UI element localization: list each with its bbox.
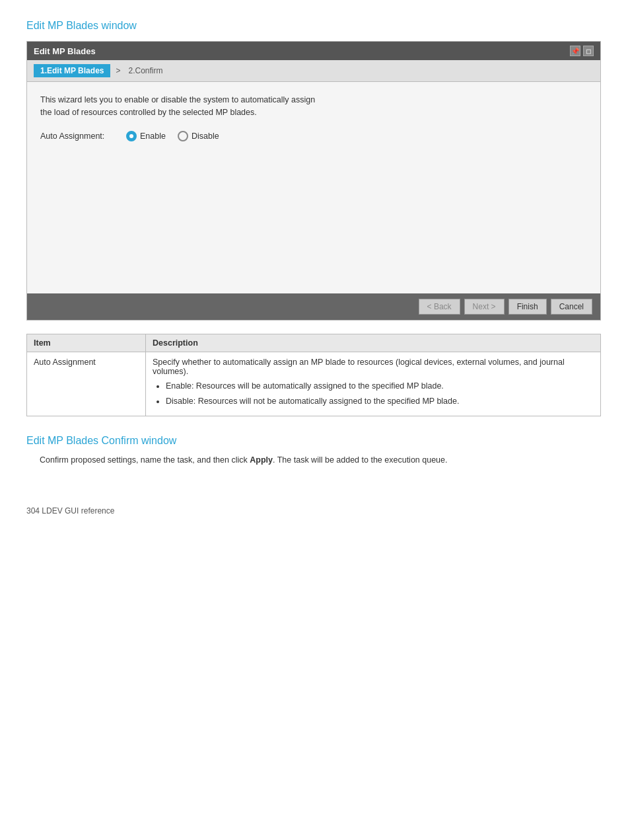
- pin-icon[interactable]: 📌: [570, 46, 580, 56]
- next-button[interactable]: Next >: [464, 299, 505, 315]
- page-footer: 304 LDEV GUI reference: [26, 506, 604, 515]
- finish-button[interactable]: Finish: [508, 299, 547, 315]
- description-line1: This wizard lets you to enable or disabl…: [40, 95, 315, 104]
- step-1[interactable]: 1.Edit MP Blades: [34, 64, 110, 77]
- disable-label: Disable: [192, 132, 219, 141]
- step-arrow: >: [116, 66, 120, 75]
- description-main: Specify whether to automatically assign …: [153, 358, 565, 376]
- disable-option[interactable]: Disable: [178, 131, 219, 141]
- col-description: Description: [146, 334, 601, 352]
- edit-mp-blades-dialog: Edit MP Blades 📌 ◻ 1.Edit MP Blades > 2.…: [26, 41, 601, 321]
- dialog-title-text: Edit MP Blades: [34, 46, 96, 56]
- enable-option[interactable]: Enable: [126, 131, 166, 141]
- section-title-edit-mp-blades: Edit MP Blades window: [26, 20, 604, 32]
- dialog-titlebar: Edit MP Blades 📌 ◻: [27, 42, 600, 60]
- restore-icon[interactable]: ◻: [583, 46, 594, 56]
- enable-label: Enable: [140, 132, 166, 141]
- bullet-list: Enable: Resources will be automatically …: [153, 380, 594, 408]
- info-table: Item Description Auto Assignment Specify…: [26, 334, 601, 416]
- dialog-description: This wizard lets you to enable or disabl…: [40, 94, 587, 119]
- radio-group: Enable Disable: [126, 131, 219, 141]
- disable-radio[interactable]: [178, 131, 188, 141]
- enable-radio[interactable]: [126, 131, 137, 141]
- dialog-body: This wizard lets you to enable or disabl…: [27, 82, 600, 293]
- bullet-disable: Disable: Resources will not be automatic…: [166, 395, 594, 408]
- confirm-description: Confirm proposed settings, name the task…: [40, 453, 604, 467]
- table-row: Auto Assignment Specify whether to autom…: [27, 352, 601, 416]
- bullet-enable: Enable: Resources will be automatically …: [166, 380, 594, 393]
- description-cell: Specify whether to automatically assign …: [146, 352, 601, 416]
- confirm-apply: Apply: [250, 455, 273, 465]
- item-cell: Auto Assignment: [27, 352, 146, 416]
- auto-assignment-label: Auto Assignment:: [40, 132, 120, 141]
- confirm-post: . The task will be added to the executio…: [273, 455, 448, 465]
- titlebar-icons: 📌 ◻: [570, 46, 594, 56]
- back-button[interactable]: < Back: [419, 299, 460, 315]
- col-item: Item: [27, 334, 146, 352]
- step-2[interactable]: 2.Confirm: [126, 64, 166, 77]
- dialog-footer: < Back Next > Finish Cancel: [27, 293, 600, 320]
- page-number: 304 LDEV GUI reference: [26, 506, 114, 515]
- auto-assignment-row: Auto Assignment: Enable Disable: [40, 131, 587, 141]
- section-title-confirm: Edit MP Blades Confirm window: [26, 435, 604, 447]
- cancel-button[interactable]: Cancel: [551, 299, 592, 315]
- wizard-steps: 1.Edit MP Blades > 2.Confirm: [27, 60, 600, 82]
- description-line2: the load of resources controlled by the …: [40, 108, 257, 117]
- confirm-pre: Confirm proposed settings, name the task…: [40, 455, 250, 465]
